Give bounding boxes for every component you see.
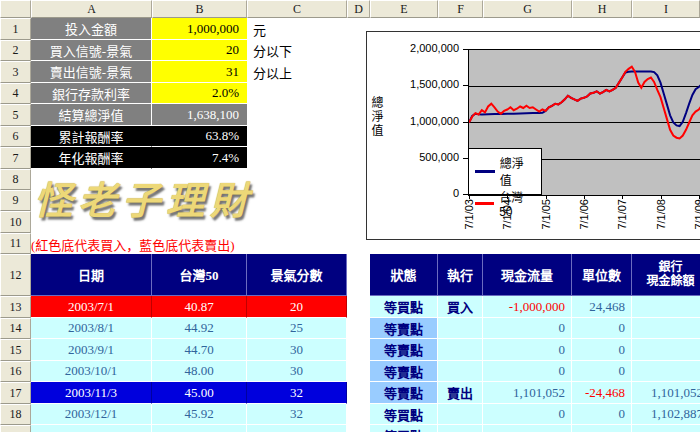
- score-cell[interactable]: 25: [247, 318, 347, 339]
- action-cell[interactable]: 賣出: [438, 382, 483, 404]
- price-cell[interactable]: 48.52: [152, 425, 247, 432]
- param-label-cell[interactable]: 賣出信號-景氣: [31, 61, 152, 83]
- price-cell[interactable]: 44.92: [152, 318, 247, 339]
- status-cell[interactable]: 等賣點: [370, 318, 438, 339]
- param-value-cell[interactable]: 20: [152, 40, 247, 61]
- action-cell[interactable]: 買入: [438, 296, 483, 318]
- action-cell[interactable]: [438, 425, 483, 432]
- param-label-cell[interactable]: 買入信號-景氣: [31, 40, 152, 61]
- column-header-i[interactable]: I: [632, 0, 700, 18]
- chart-legend[interactable]: 總淨值 台灣50: [468, 148, 542, 195]
- cashflow-cell[interactable]: 0: [483, 318, 572, 339]
- score-cell[interactable]: 20: [247, 296, 347, 318]
- row-header-8[interactable]: 8: [0, 169, 31, 190]
- site-logo[interactable]: 怪老子理財: [34, 166, 264, 228]
- row-header-10[interactable]: 10: [0, 211, 31, 233]
- units-cell[interactable]: 0: [572, 339, 632, 361]
- score-cell[interactable]: 32: [247, 382, 347, 404]
- price-cell[interactable]: 45.92: [152, 404, 247, 425]
- action-cell[interactable]: [438, 361, 483, 382]
- column-header-f[interactable]: F: [438, 0, 483, 18]
- units-cell[interactable]: 0: [572, 404, 632, 425]
- units-cell[interactable]: 0: [572, 425, 632, 432]
- param-value-cell[interactable]: 63.8%: [152, 126, 247, 147]
- date-cell[interactable]: 2003/8/1: [31, 318, 152, 339]
- select-all-corner[interactable]: [0, 0, 31, 18]
- param-unit-cell[interactable]: 分以下: [247, 40, 347, 61]
- cashflow-cell[interactable]: 1,101,052: [483, 382, 572, 404]
- units-cell[interactable]: 24,468: [572, 296, 632, 318]
- column-header-d[interactable]: D: [347, 0, 370, 18]
- param-label-cell[interactable]: 投入金額: [31, 18, 152, 40]
- header-status[interactable]: 狀態: [370, 254, 438, 296]
- header-taiwan50[interactable]: 台灣50: [152, 254, 247, 296]
- header-date[interactable]: 日期: [31, 254, 152, 296]
- param-label-cell[interactable]: 銀行存款利率: [31, 83, 152, 104]
- column-header-b[interactable]: B: [152, 0, 247, 18]
- cashflow-cell[interactable]: -1,000,000: [483, 296, 572, 318]
- param-value-cell[interactable]: 1,000,000: [152, 18, 247, 40]
- price-cell[interactable]: 40.87: [152, 296, 247, 318]
- data-row-19: 2004/1/2 48.52 32 等買點 0 0 1,104,725: [0, 425, 700, 432]
- legend-label-taiwan50: 台灣50: [499, 188, 535, 219]
- bank-cell[interactable]: [632, 318, 700, 339]
- bank-cell[interactable]: [632, 361, 700, 382]
- status-cell[interactable]: 等買點: [370, 425, 438, 432]
- units-cell[interactable]: -24,468: [572, 382, 632, 404]
- column-header-c[interactable]: C: [247, 0, 347, 18]
- row-header-9[interactable]: 9: [0, 190, 31, 211]
- cashflow-cell[interactable]: 0: [483, 425, 572, 432]
- header-action[interactable]: 執行: [438, 254, 483, 296]
- color-legend-note[interactable]: (紅色底代表買入，藍色底代表賣出): [31, 234, 235, 254]
- price-cell[interactable]: 45.00: [152, 382, 247, 404]
- date-cell[interactable]: 2003/12/1: [31, 404, 152, 425]
- date-cell[interactable]: 2003/7/1: [31, 296, 152, 318]
- action-cell[interactable]: [438, 339, 483, 361]
- cashflow-cell[interactable]: 0: [483, 361, 572, 382]
- param-value-cell[interactable]: 2.0%: [152, 83, 247, 104]
- bank-cell[interactable]: 1,102,887: [632, 404, 700, 425]
- score-cell[interactable]: 32: [247, 425, 347, 432]
- units-cell[interactable]: 0: [572, 318, 632, 339]
- status-cell[interactable]: 等買點: [370, 296, 438, 318]
- cashflow-cell[interactable]: 0: [483, 404, 572, 425]
- score-cell[interactable]: 30: [247, 339, 347, 361]
- action-cell[interactable]: [438, 318, 483, 339]
- row-header-11[interactable]: 11: [0, 233, 31, 254]
- date-cell[interactable]: 2003/10/1: [31, 361, 152, 382]
- bank-cell[interactable]: 1,101,052: [632, 382, 700, 404]
- price-cell[interactable]: 48.00: [152, 361, 247, 382]
- status-cell[interactable]: 等賣點: [370, 382, 438, 404]
- bank-cell[interactable]: 1,104,725: [632, 425, 700, 432]
- date-cell[interactable]: 2003/11/3: [31, 382, 152, 404]
- action-cell[interactable]: [438, 404, 483, 425]
- column-header-h[interactable]: H: [572, 0, 632, 18]
- header-score[interactable]: 景氣分數: [247, 254, 347, 296]
- header-cashflow[interactable]: 現金流量: [483, 254, 572, 296]
- date-cell[interactable]: 2003/9/1: [31, 339, 152, 361]
- param-unit-cell[interactable]: 分以上: [247, 61, 347, 83]
- net-value-chart[interactable]: 總淨值 0500,0001,000,0001,500,0002,000,0007…: [366, 31, 700, 240]
- param-label-cell[interactable]: 結算總淨值: [31, 104, 152, 126]
- legend-item-netvalue: 總淨值: [475, 154, 535, 188]
- header-units[interactable]: 單位數: [572, 254, 632, 296]
- bank-cell[interactable]: [632, 296, 700, 318]
- column-header-g[interactable]: G: [483, 0, 572, 18]
- param-value-cell[interactable]: 1,638,100: [152, 104, 247, 126]
- cashflow-cell[interactable]: 0: [483, 339, 572, 361]
- score-cell[interactable]: 32: [247, 404, 347, 425]
- price-cell[interactable]: 44.70: [152, 339, 247, 361]
- status-cell[interactable]: 等賣點: [370, 339, 438, 361]
- param-label-cell[interactable]: 累計報酬率: [31, 126, 152, 147]
- status-cell[interactable]: 等賣點: [370, 361, 438, 382]
- bank-cell[interactable]: [632, 339, 700, 361]
- status-cell[interactable]: 等買點: [370, 404, 438, 425]
- param-value-cell[interactable]: 31: [152, 61, 247, 83]
- header-bank-balance[interactable]: 銀行 現金餘額: [632, 254, 700, 296]
- score-cell[interactable]: 30: [247, 361, 347, 382]
- date-cell[interactable]: 2004/1/2: [31, 425, 152, 432]
- column-header-a[interactable]: A: [31, 0, 152, 18]
- param-unit-cell[interactable]: 元: [247, 18, 347, 40]
- units-cell[interactable]: 0: [572, 361, 632, 382]
- column-header-e[interactable]: E: [370, 0, 438, 18]
